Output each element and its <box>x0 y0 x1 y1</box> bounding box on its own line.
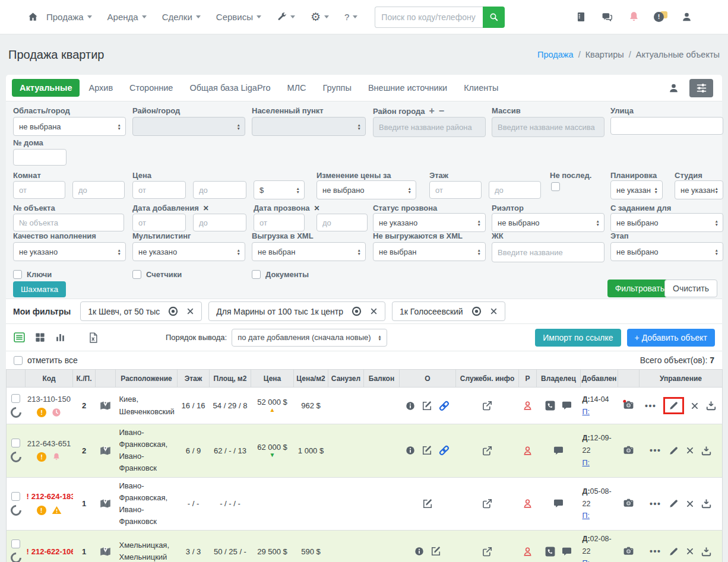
prozvon-link[interactable]: П: <box>583 559 590 562</box>
edit-note-icon[interactable] <box>421 400 433 412</box>
phone-icon[interactable] <box>545 400 556 411</box>
user-icon[interactable] <box>681 11 692 23</box>
add-raion-icon[interactable]: + <box>429 106 435 116</box>
tab-1[interactable]: Архив <box>81 79 121 97</box>
delete-icon[interactable] <box>686 446 694 455</box>
etazh-to-input[interactable] <box>489 181 541 199</box>
person-icon[interactable] <box>522 445 533 456</box>
zhk-input[interactable] <box>492 242 604 262</box>
keys-checkbox[interactable] <box>13 270 22 279</box>
list-view-icon[interactable] <box>13 331 26 344</box>
saved-filter-chip[interactable]: Для Марины от 100 тыс 1к центр <box>208 301 385 321</box>
breadcrumb-item[interactable]: Продажа <box>537 50 574 59</box>
photos-camera-icon[interactable] <box>622 444 635 456</box>
etap-select[interactable]: не выбрано <box>610 242 723 261</box>
ulitsa-input[interactable] <box>610 117 723 135</box>
chat-icon[interactable] <box>553 445 564 456</box>
phone-icon[interactable] <box>545 546 556 557</box>
delete-icon[interactable] <box>686 500 694 508</box>
clear-date-call-icon[interactable]: ✕ <box>314 204 320 212</box>
photos-camera-icon[interactable] <box>622 497 635 509</box>
bell-icon[interactable] <box>628 11 640 23</box>
grid-view-icon[interactable] <box>34 332 46 343</box>
row-checkbox[interactable] <box>11 492 20 501</box>
select-all-checkbox[interactable] <box>14 356 23 365</box>
ne-posled-checkbox[interactable] <box>551 182 560 191</box>
tab-2[interactable]: Сторонние <box>122 79 181 97</box>
schetchiki-checkbox[interactable] <box>132 270 141 279</box>
zadanie-select[interactable]: не выбрано <box>610 213 723 232</box>
download-icon[interactable] <box>705 400 717 411</box>
nav-menu-0[interactable]: Продажа <box>39 12 100 22</box>
table-settings-button[interactable] <box>689 79 713 97</box>
edit-note-icon[interactable] <box>421 444 433 456</box>
clients-user-icon[interactable] <box>668 82 679 94</box>
prozvon-link[interactable]: П: <box>583 512 590 520</box>
home-icon[interactable] <box>27 11 39 23</box>
shahmatka-button[interactable]: Шахматка <box>13 281 66 297</box>
komnat-from-input[interactable] <box>13 181 65 199</box>
prozvon-link[interactable]: П: <box>583 459 590 467</box>
kachestvo-select[interactable]: не указано <box>13 242 126 261</box>
date-added-from-input[interactable] <box>132 214 186 231</box>
more-actions-icon[interactable]: ••• <box>650 446 661 455</box>
tab-4[interactable]: МЛС <box>280 79 314 97</box>
add-object-button[interactable]: + Добавить объект <box>627 329 715 347</box>
date-call-from-input[interactable] <box>254 214 305 231</box>
date-added-to-input[interactable] <box>193 214 246 231</box>
obekt-input[interactable] <box>13 214 124 231</box>
oblast-select[interactable]: не выбрана <box>13 117 126 136</box>
person-icon[interactable] <box>522 498 533 509</box>
tab-6[interactable]: Внешние источники <box>360 79 455 97</box>
nav-menu-2[interactable]: Сделки <box>154 12 208 22</box>
rieltor-select[interactable]: не выбрано <box>492 213 604 232</box>
remove-raion-icon[interactable]: − <box>439 106 444 116</box>
edit-pencil-icon[interactable] <box>668 546 679 557</box>
person-icon[interactable] <box>522 400 533 411</box>
nav-menu-5[interactable]: ⚙ <box>303 11 337 23</box>
map-icon[interactable] <box>99 444 112 457</box>
clear-button[interactable]: Очистить <box>664 280 717 297</box>
search-input[interactable] <box>375 7 483 28</box>
comments-icon[interactable] <box>600 11 614 23</box>
chat-icon[interactable] <box>561 400 572 411</box>
download-icon[interactable] <box>701 498 712 509</box>
object-code[interactable]: 212-624-183 <box>31 492 73 501</box>
object-code[interactable]: 213-110-150 <box>27 395 71 404</box>
tab-0[interactable]: Актуальные <box>12 79 80 97</box>
chat-icon[interactable] <box>553 498 564 509</box>
date-call-to-input[interactable] <box>316 214 368 231</box>
saved-filter-chip[interactable]: 1к Голосеевский <box>392 301 505 321</box>
planirovka-select[interactable]: не указан <box>610 180 663 199</box>
clear-date-added-icon[interactable]: ✕ <box>203 204 209 212</box>
multilisting-select[interactable]: не указано <box>132 242 245 261</box>
edit-pencil-icon[interactable] <box>668 400 679 411</box>
external-link-icon[interactable] <box>482 546 493 557</box>
cena-from-input[interactable] <box>132 181 186 199</box>
object-code[interactable]: 212-622-106 <box>31 547 73 556</box>
delete-icon[interactable] <box>686 547 694 555</box>
photos-camera-icon[interactable] <box>622 399 635 411</box>
remove-filter-icon[interactable] <box>370 307 378 315</box>
nav-menu-6[interactable]: ? <box>337 12 365 22</box>
excel-export-icon[interactable] <box>87 331 99 344</box>
nav-menu-4[interactable] <box>269 12 303 22</box>
edit-note-icon[interactable] <box>422 498 433 510</box>
sort-select[interactable]: по дате добавления (сначала новые) <box>232 329 387 347</box>
external-link-icon[interactable] <box>482 498 493 509</box>
map-icon[interactable] <box>99 399 112 412</box>
cena-to-input[interactable] <box>193 181 246 199</box>
view-filter-eye-icon[interactable] <box>471 306 482 317</box>
object-code[interactable]: 212-643-651 <box>27 439 71 448</box>
alert-coin-icon[interactable]: ! <box>654 12 667 23</box>
nav-menu-3[interactable]: Сервисы <box>208 12 269 22</box>
tab-5[interactable]: Группы <box>315 79 359 97</box>
download-icon[interactable] <box>701 546 712 557</box>
etazh-from-input[interactable] <box>429 181 482 199</box>
status-prozvona-select[interactable]: не указано <box>373 213 486 232</box>
edit-pencil-icon[interactable] <box>668 445 679 456</box>
row-checkbox[interactable] <box>11 539 20 548</box>
currency-select[interactable]: $ <box>254 180 305 199</box>
studia-select[interactable]: не указан <box>675 180 723 199</box>
ne-xml-select[interactable]: не выбран <box>373 242 486 261</box>
